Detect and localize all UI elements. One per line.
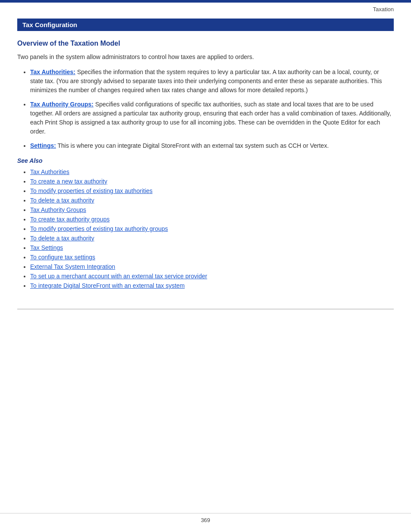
see-also-item-2: To modify properties of existing tax aut… <box>30 187 394 194</box>
see-also-link-1[interactable]: To create a new tax authority <box>30 178 107 185</box>
section-title: Tax Configuration <box>17 19 394 31</box>
page-container: Taxation Tax Configuration Overview of t… <box>0 0 411 532</box>
tax-authorities-link-1[interactable]: Tax Authorities: <box>30 68 75 75</box>
see-also-item-5: To create tax authority groups <box>30 216 394 223</box>
header-label: Taxation <box>373 6 394 12</box>
see-also-item-8: Tax Settings <box>30 244 394 251</box>
overview-title: Overview of the Taxation Model <box>17 40 394 47</box>
page-header: Taxation <box>0 3 411 14</box>
bullet-text-1: Specifies the information that the syste… <box>30 68 382 93</box>
settings-link[interactable]: Settings: <box>30 142 56 149</box>
see-also-link-0[interactable]: Tax Authorities <box>30 168 69 175</box>
bullet-item-3: Settings: This is where you can integrat… <box>30 141 394 150</box>
see-also-item-1: To create a new tax authority <box>30 178 394 185</box>
see-also-item-9: To configure tax settings <box>30 254 394 261</box>
footer-line <box>17 309 394 309</box>
see-also-link-6[interactable]: To modify properties of existing tax aut… <box>30 225 168 232</box>
bullet-item-2: Tax Authority Groups: Specifies valid co… <box>30 100 394 136</box>
see-also-item-0: Tax Authorities <box>30 168 394 175</box>
page-number: 369 <box>201 517 210 523</box>
see-also-link-4[interactable]: Tax Authority Groups <box>30 206 86 213</box>
bullet-item-1: Tax Authorities: Specifies the informati… <box>30 68 394 95</box>
see-also-link-12[interactable]: To integrate Digital StoreFront with an … <box>30 282 185 289</box>
see-also-item-10: External Tax System Integration <box>30 263 394 270</box>
page-footer: 369 <box>0 513 411 523</box>
see-also-item-4: Tax Authority Groups <box>30 206 394 213</box>
see-also-link-11[interactable]: To set up a merchant account with an ext… <box>30 273 207 280</box>
see-also-link-2[interactable]: To modify properties of existing tax aut… <box>30 187 153 194</box>
main-bullet-list: Tax Authorities: Specifies the informati… <box>30 68 394 150</box>
see-also-link-8[interactable]: Tax Settings <box>30 244 63 251</box>
see-also-link-7[interactable]: To delete a tax authority <box>30 235 94 242</box>
intro-text: Two panels in the system allow administr… <box>17 53 394 62</box>
see-also-item-3: To delete a tax authority <box>30 197 394 204</box>
see-also-item-11: To set up a merchant account with an ext… <box>30 273 394 280</box>
see-also-item-6: To modify properties of existing tax aut… <box>30 225 394 232</box>
see-also-link-5[interactable]: To create tax authority groups <box>30 216 109 223</box>
see-also-link-3[interactable]: To delete a tax authority <box>30 197 94 204</box>
see-also-link-9[interactable]: To configure tax settings <box>30 254 95 261</box>
see-also-item-12: To integrate Digital StoreFront with an … <box>30 282 394 289</box>
see-also-list: Tax AuthoritiesTo create a new tax autho… <box>30 168 394 289</box>
content-area: Tax Configuration Overview of the Taxati… <box>0 14 411 309</box>
see-also-label: See Also <box>17 157 394 164</box>
tax-authority-groups-link[interactable]: Tax Authority Groups: <box>30 101 93 108</box>
see-also-item-7: To delete a tax authority <box>30 235 394 242</box>
bullet-text-3: This is where you can integrate Digital … <box>56 142 329 149</box>
see-also-link-10[interactable]: External Tax System Integration <box>30 263 115 270</box>
